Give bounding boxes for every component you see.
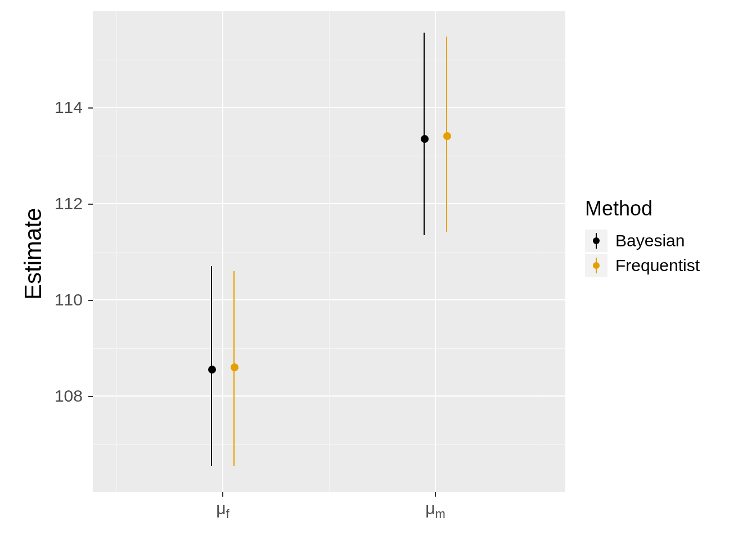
- y-tick-label: 114: [26, 99, 83, 116]
- legend-label: Frequentist: [615, 256, 700, 275]
- x-tick-label: μf: [216, 499, 229, 521]
- y-tick-label: 108: [26, 388, 83, 404]
- point-estimate: [208, 366, 216, 374]
- legend-item: Frequentist: [585, 253, 700, 278]
- legend: Method BayesianFrequentist: [585, 197, 700, 278]
- chart-container: 108110112114 μfμm Estimate Method Bayesi…: [0, 0, 756, 540]
- error-bar: [424, 33, 425, 235]
- y-axis-title: Estimate: [20, 208, 47, 299]
- legend-title: Method: [585, 197, 700, 220]
- point-estimate: [421, 135, 429, 143]
- legend-item: Bayesian: [585, 228, 700, 253]
- x-tick-label: μm: [425, 499, 445, 521]
- legend-label: Bayesian: [615, 231, 685, 250]
- point-estimate: [231, 363, 238, 371]
- legend-key-icon: [585, 230, 608, 252]
- legend-key-icon: [585, 254, 608, 277]
